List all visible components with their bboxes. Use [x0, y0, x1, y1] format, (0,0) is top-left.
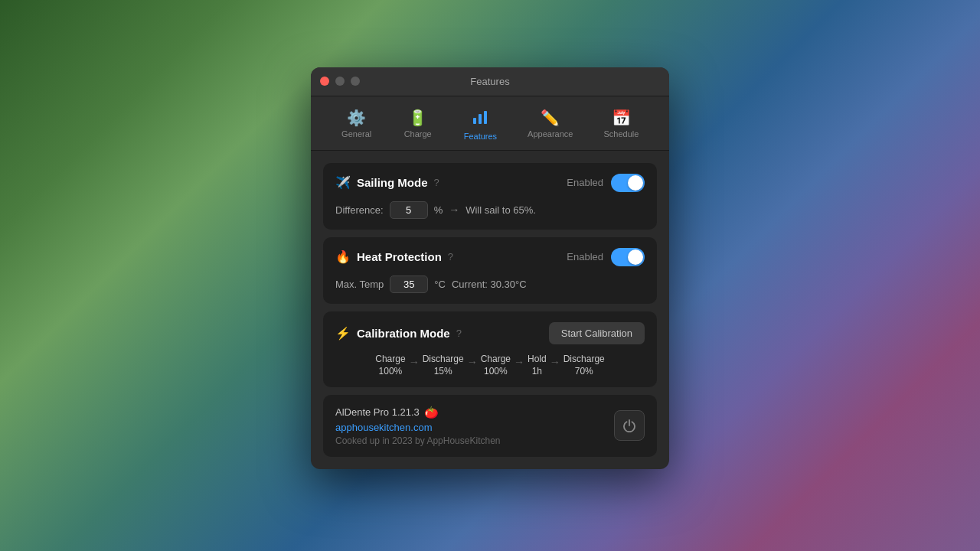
tab-features[interactable]: Features: [452, 104, 509, 145]
cal-step-5-name: Discharge: [564, 354, 605, 364]
calibration-steps: Charge 100% → Discharge 15% → Charge 100…: [335, 354, 645, 377]
heat-protection-title: Heat Protection: [357, 250, 442, 263]
cal-step-3-name: Charge: [481, 354, 511, 364]
tab-appearance-label: Appearance: [528, 129, 573, 139]
footer-left: AlDente Pro 1.21.3 🍅 apphousekitchen.com…: [335, 406, 501, 446]
cal-step-1-val: 100%: [379, 366, 403, 377]
cal-step-4-name: Hold: [528, 354, 547, 364]
heat-protection-header-left: 🔥 Heat Protection ?: [335, 249, 453, 264]
sailing-mode-help-icon[interactable]: ?: [434, 177, 439, 188]
cal-step-3: Charge 100%: [481, 354, 511, 377]
cal-step-4: Hold 1h: [528, 354, 547, 377]
tab-appearance[interactable]: ✏️ Appearance: [515, 104, 585, 145]
calibration-icon: ⚡: [335, 326, 351, 341]
heat-icon: 🔥: [335, 249, 351, 264]
window-title: Features: [470, 76, 509, 87]
cal-step-5-val: 70%: [575, 366, 593, 377]
features-icon: [472, 109, 488, 129]
max-temp-label: Max. Temp: [335, 279, 384, 290]
sailing-mode-toggle[interactable]: [611, 174, 645, 192]
cal-step-1: Charge 100%: [375, 354, 405, 377]
cal-step-2-val: 15%: [434, 366, 452, 377]
cal-arrow-4: →: [550, 356, 560, 368]
tomato-icon: 🍅: [424, 406, 439, 419]
calibration-mode-section: ⚡ Calibration Mode ? Start Calibration C…: [323, 311, 657, 387]
calibration-header: ⚡ Calibration Mode ? Start Calibration: [335, 322, 645, 344]
general-icon: ⚙️: [347, 109, 366, 127]
footer: AlDente Pro 1.21.3 🍅 apphousekitchen.com…: [323, 395, 657, 457]
tab-features-label: Features: [464, 132, 497, 141]
cal-step-2-name: Discharge: [423, 354, 464, 364]
calibration-mode-title: Calibration Mode: [357, 327, 450, 340]
difference-input[interactable]: [390, 201, 428, 219]
app-link[interactable]: apphousekitchen.com: [335, 422, 501, 433]
heat-protection-header: 🔥 Heat Protection ? Enabled: [335, 248, 645, 266]
titlebar: Features: [311, 67, 669, 96]
schedule-icon: 📅: [612, 109, 631, 127]
max-temp-input[interactable]: [390, 276, 428, 293]
power-button[interactable]: [614, 410, 645, 441]
sailing-icon: ✈️: [335, 175, 351, 190]
app-credit: Cooked up in 2023 by AppHouseKitchen: [335, 435, 501, 446]
tab-general-label: General: [341, 129, 371, 139]
tab-schedule[interactable]: 📅 Schedule: [591, 104, 651, 145]
calibration-left: ⚡ Calibration Mode ?: [335, 326, 462, 341]
cal-step-3-val: 100%: [484, 366, 508, 377]
tab-charge[interactable]: 🔋 Charge: [390, 104, 446, 145]
sailing-mode-body: Difference: % → Will sail to 65%.: [335, 201, 645, 219]
cal-step-2: Discharge 15%: [423, 354, 464, 377]
cal-arrow-3: →: [514, 356, 524, 368]
minimize-button[interactable]: [335, 77, 345, 86]
toolbar: ⚙️ General 🔋 Charge Features ✏️ Appearan…: [311, 96, 669, 151]
right-arrow-icon: →: [449, 204, 459, 216]
appearance-icon: ✏️: [541, 109, 560, 127]
heat-protection-enabled-label: Enabled: [567, 251, 603, 262]
sailing-mode-right: Enabled: [567, 174, 645, 192]
cal-step-1-name: Charge: [375, 354, 405, 364]
app-version: AlDente Pro 1.21.3 🍅: [335, 406, 501, 419]
app-window: Features ⚙️ General 🔋 Charge Features ✏️…: [311, 67, 669, 469]
sailing-mode-title: Sailing Mode: [357, 176, 428, 189]
heat-protection-help-icon[interactable]: ?: [448, 251, 453, 262]
cal-arrow-2: →: [467, 356, 478, 368]
heat-protection-right: Enabled: [567, 248, 645, 266]
sailing-mode-section: ✈️ Sailing Mode ? Enabled Difference: % …: [323, 163, 657, 230]
heat-protection-section: 🔥 Heat Protection ? Enabled Max. Temp °C…: [323, 237, 657, 304]
maximize-button[interactable]: [351, 77, 360, 86]
cal-step-5: Discharge 70%: [564, 354, 605, 377]
svg-rect-2: [484, 111, 487, 124]
heat-protection-toggle[interactable]: [611, 248, 645, 266]
sailing-mode-enabled-label: Enabled: [567, 177, 603, 188]
app-name-text: AlDente Pro 1.21.3: [335, 406, 420, 418]
close-button[interactable]: [320, 77, 329, 86]
tab-charge-label: Charge: [404, 129, 432, 139]
cal-step-4-val: 1h: [532, 366, 542, 377]
will-sail-text: Will sail to 65%.: [466, 204, 536, 216]
svg-rect-1: [479, 114, 482, 124]
calibration-help-icon[interactable]: ?: [456, 328, 462, 339]
svg-rect-0: [473, 118, 476, 124]
sailing-mode-header-left: ✈️ Sailing Mode ?: [335, 175, 439, 190]
difference-label: Difference:: [335, 204, 384, 216]
temp-unit: °C: [434, 279, 446, 290]
traffic-lights: [320, 77, 360, 86]
current-temp-text: Current: 30.30°C: [452, 279, 527, 290]
sailing-mode-header: ✈️ Sailing Mode ? Enabled: [335, 174, 645, 192]
heat-protection-body: Max. Temp °C Current: 30.30°C: [335, 276, 645, 293]
tab-general[interactable]: ⚙️ General: [329, 104, 384, 145]
tab-schedule-label: Schedule: [603, 129, 639, 139]
cal-arrow-1: →: [409, 356, 420, 368]
start-calibration-button[interactable]: Start Calibration: [549, 322, 645, 344]
charge-icon: 🔋: [408, 109, 427, 127]
percent-unit: %: [434, 204, 443, 216]
content-area: ✈️ Sailing Mode ? Enabled Difference: % …: [311, 151, 669, 469]
